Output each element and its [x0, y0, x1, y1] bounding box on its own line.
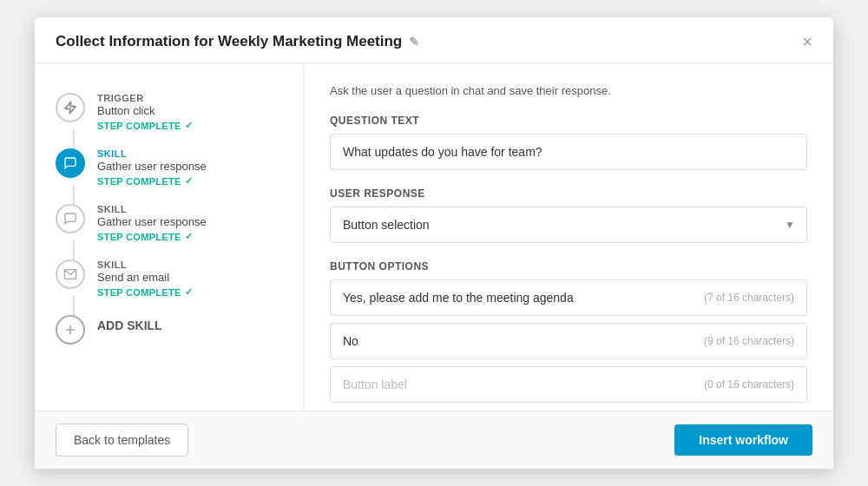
sidebar-item-skill-1[interactable]: SKILL Gather user response STEP COMPLETE…: [35, 140, 303, 195]
sidebar-item-add-skill[interactable]: ADD SKILL: [35, 306, 303, 353]
intro-text: Ask the user a question in chat and save…: [330, 84, 807, 97]
button-options-label: BUTTON OPTIONS: [330, 260, 807, 273]
trigger-type: TRIGGER: [97, 93, 193, 103]
trigger-label: Button click: [97, 104, 193, 117]
modal-title: Collect Information for Weekly Marketing…: [56, 33, 419, 50]
question-label: QUESTION TEXT: [330, 115, 807, 127]
add-skill-content: ADD SKILL: [97, 315, 162, 332]
skill2-type: SKILL: [97, 204, 207, 214]
email-label: Send an email: [97, 271, 193, 284]
button-option-3: (0 of 16 characters): [330, 366, 807, 403]
button-option-2-input[interactable]: [343, 334, 697, 348]
button-options-section: BUTTON OPTIONS (7 of 16 characters) (9 o…: [330, 260, 807, 410]
add-skill-label: ADD SKILL: [97, 319, 162, 332]
skill1-type: SKILL: [97, 148, 207, 159]
button-option-3-charcount: (0 of 16 characters): [704, 378, 794, 391]
email-icon: [56, 259, 85, 289]
button-option-1-input[interactable]: [343, 291, 697, 305]
user-response-label: USER RESPONSE: [330, 187, 807, 200]
add-skill-icon: [56, 315, 85, 345]
modal: Collect Information for Weekly Marketing…: [35, 17, 833, 469]
button-option-1: (7 of 16 characters): [330, 279, 807, 316]
skill2-status: STEP COMPLETE ✓: [97, 231, 207, 242]
email-content: SKILL Send an email STEP COMPLETE ✓: [97, 259, 193, 298]
skill2-label: Gather user response: [97, 215, 207, 228]
button-option-1-charcount: (7 of 16 characters): [704, 292, 794, 304]
insert-workflow-button[interactable]: Insert workflow: [674, 424, 812, 456]
email-type: SKILL: [97, 259, 193, 270]
trigger-icon: [56, 93, 85, 122]
sidebar-item-trigger[interactable]: TRIGGER Button click STEP COMPLETE ✓: [35, 84, 303, 140]
trigger-content: TRIGGER Button click STEP COMPLETE ✓: [97, 93, 193, 131]
email-status: STEP COMPLETE ✓: [97, 286, 193, 298]
question-section: QUESTION TEXT: [330, 115, 807, 170]
user-response-section: USER RESPONSE Button selection ▼: [330, 187, 807, 243]
main-content: Ask the user a question in chat and save…: [304, 63, 833, 410]
back-to-templates-button[interactable]: Back to templates: [56, 424, 188, 456]
trigger-status: STEP COMPLETE ✓: [97, 120, 193, 131]
user-response-select-wrapper: Button selection ▼: [330, 207, 807, 243]
sidebar-item-skill-2[interactable]: SKILL Gather user response STEP COMPLETE…: [35, 195, 303, 251]
edit-icon[interactable]: ✎: [409, 35, 419, 49]
button-option-2: (9 of 16 characters): [330, 323, 807, 359]
title-text: Collect Information for Weekly Marketing…: [56, 33, 402, 50]
modal-header: Collect Information for Weekly Marketing…: [35, 17, 833, 63]
svg-marker-0: [65, 102, 76, 113]
question-input[interactable]: [330, 134, 807, 170]
user-response-select[interactable]: Button selection: [330, 207, 807, 243]
skill2-content: SKILL Gather user response STEP COMPLETE…: [97, 204, 207, 242]
button-option-2-charcount: (9 of 16 characters): [704, 335, 794, 347]
sidebar: TRIGGER Button click STEP COMPLETE ✓ SKI…: [35, 63, 304, 410]
sidebar-item-email[interactable]: SKILL Send an email STEP COMPLETE ✓: [35, 251, 303, 306]
skill1-status: STEP COMPLETE ✓: [97, 175, 207, 187]
skill2-icon: [56, 204, 85, 233]
skill1-content: SKILL Gather user response STEP COMPLETE…: [97, 148, 207, 187]
modal-footer: Back to templates Insert workflow: [35, 410, 833, 469]
skill1-label: Gather user response: [97, 160, 207, 173]
button-option-3-input[interactable]: [343, 378, 697, 391]
close-icon[interactable]: ×: [802, 33, 812, 50]
modal-body: TRIGGER Button click STEP COMPLETE ✓ SKI…: [35, 63, 833, 410]
skill-active-icon: [56, 148, 85, 178]
